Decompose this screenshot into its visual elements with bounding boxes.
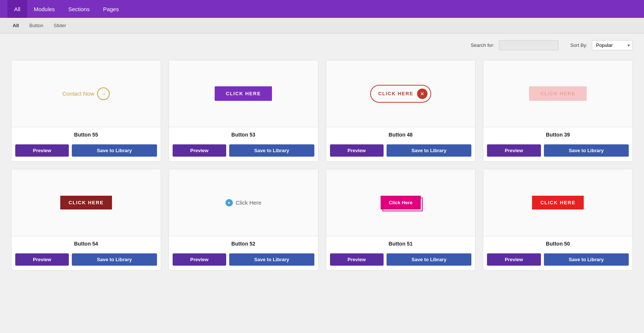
card-preview-btn-53: CLICK HERE — [169, 60, 318, 127]
btn-48-icon: ✕ — [417, 89, 427, 99]
card-btn-39: CLICK HERE Button 39 Preview Save to Lib… — [483, 60, 633, 161]
sub-nav-all[interactable]: All — [7, 18, 24, 33]
card-info-btn-48: Button 48 — [326, 127, 475, 144]
card-info-btn-51: Button 51 — [326, 236, 475, 253]
card-info-btn-53: Button 53 — [169, 127, 318, 144]
card-info-btn-54: Button 54 — [12, 236, 161, 253]
preview-btn-51: Click Here — [381, 196, 421, 209]
save-button-btn-39[interactable]: Save to Library — [544, 144, 629, 157]
search-label: Search for: — [471, 42, 494, 48]
card-info-btn-50: Button 50 — [483, 236, 632, 253]
card-title-btn-53: Button 53 — [173, 132, 314, 138]
card-title-btn-52: Button 52 — [173, 241, 314, 247]
card-actions-btn-39: Preview Save to Library — [483, 144, 632, 161]
card-preview-btn-39: CLICK HERE — [483, 60, 632, 127]
top-nav-all[interactable]: All — [7, 0, 27, 18]
save-button-btn-50[interactable]: Save to Library — [544, 253, 629, 266]
search-input[interactable] — [499, 40, 558, 50]
card-title-btn-50: Button 50 — [487, 241, 629, 247]
card-actions-btn-50: Preview Save to Library — [483, 253, 632, 270]
top-nav-pages[interactable]: Pages — [96, 0, 126, 18]
preview-btn-55: Contact Now → — [62, 87, 110, 100]
contact-now-circle: → — [97, 87, 110, 100]
contact-now-text: Contact Now — [62, 90, 94, 97]
card-preview-btn-52: ● Click Here — [169, 169, 318, 236]
search-sort-bar: Search for: Sort By: Popular Newest Olde… — [0, 33, 644, 54]
preview-button-btn-50[interactable]: Preview — [487, 253, 541, 266]
preview-button-btn-39[interactable]: Preview — [487, 144, 541, 157]
card-preview-btn-55: Contact Now → — [12, 60, 161, 127]
card-info-btn-39: Button 39 — [483, 127, 632, 144]
preview-btn-52: ● Click Here — [225, 199, 262, 206]
preview-button-btn-55[interactable]: Preview — [15, 144, 69, 157]
save-button-btn-55[interactable]: Save to Library — [72, 144, 157, 157]
card-btn-48: CLICK HERE ✕ Button 48 Preview Save to L… — [326, 60, 476, 161]
preview-btn-54: CLICK HERE — [60, 196, 112, 209]
btn-52-text: Click Here — [236, 199, 262, 206]
card-preview-btn-54: CLICK HERE — [12, 169, 161, 236]
card-title-btn-55: Button 55 — [15, 132, 157, 138]
preview-btn-50: CLICK HERE — [532, 196, 583, 209]
preview-btn-51-wrapper: Click Here — [381, 196, 421, 209]
card-info-btn-52: Button 52 — [169, 236, 318, 253]
card-title-btn-39: Button 39 — [487, 132, 629, 138]
preview-btn-39: CLICK HERE — [529, 86, 586, 101]
sub-nav-button[interactable]: Button — [24, 18, 49, 33]
sort-label: Sort By: — [570, 42, 587, 48]
preview-btn-48: CLICK HERE ✕ — [370, 85, 431, 103]
preview-btn-53: CLICK HERE — [215, 86, 272, 101]
preview-button-btn-54[interactable]: Preview — [15, 253, 69, 266]
top-navigation: All Modules Sections Pages — [0, 0, 644, 18]
sort-select[interactable]: Popular Newest Oldest — [592, 40, 633, 50]
save-button-btn-48[interactable]: Save to Library — [387, 144, 472, 157]
save-button-btn-51[interactable]: Save to Library — [387, 253, 472, 266]
preview-button-btn-53[interactable]: Preview — [173, 144, 226, 157]
card-preview-btn-48: CLICK HERE ✕ — [326, 60, 475, 127]
sort-wrapper: Popular Newest Oldest — [592, 40, 633, 50]
card-actions-btn-48: Preview Save to Library — [326, 144, 475, 161]
card-btn-53: CLICK HERE Button 53 Preview Save to Lib… — [169, 60, 318, 161]
card-preview-btn-50: CLICK HERE — [483, 169, 632, 236]
preview-button-btn-52[interactable]: Preview — [173, 253, 226, 266]
btn-48-text: CLICK HERE — [378, 91, 413, 96]
card-preview-btn-51: Click Here — [326, 169, 475, 236]
card-actions-btn-52: Preview Save to Library — [169, 253, 318, 270]
save-button-btn-54[interactable]: Save to Library — [72, 253, 157, 266]
card-actions-btn-53: Preview Save to Library — [169, 144, 318, 161]
card-title-btn-51: Button 51 — [330, 241, 472, 247]
save-button-btn-52[interactable]: Save to Library — [229, 253, 314, 266]
card-actions-btn-51: Preview Save to Library — [326, 253, 475, 270]
card-btn-54: CLICK HERE Button 54 Preview Save to Lib… — [11, 169, 161, 270]
preview-button-btn-51[interactable]: Preview — [330, 253, 384, 266]
card-title-btn-54: Button 54 — [15, 241, 157, 247]
cards-grid: Contact Now → Button 55 Preview Save to … — [0, 54, 644, 282]
top-nav-sections[interactable]: Sections — [61, 0, 96, 18]
save-button-btn-53[interactable]: Save to Library — [229, 144, 314, 157]
card-btn-51: Click Here Button 51 Preview Save to Lib… — [326, 169, 476, 270]
card-btn-55: Contact Now → Button 55 Preview Save to … — [11, 60, 161, 161]
card-title-btn-48: Button 48 — [330, 132, 472, 138]
card-btn-52: ● Click Here Button 52 Preview Save to L… — [169, 169, 318, 270]
card-actions-btn-55: Preview Save to Library — [12, 144, 161, 161]
card-actions-btn-54: Preview Save to Library — [12, 253, 161, 270]
sub-navigation: All Button Slider — [0, 18, 644, 33]
btn-52-circle-icon: ● — [225, 199, 233, 206]
sub-nav-slider[interactable]: Slider — [48, 18, 71, 33]
card-btn-50: CLICK HERE Button 50 Preview Save to Lib… — [483, 169, 633, 270]
preview-button-btn-48[interactable]: Preview — [330, 144, 384, 157]
top-nav-modules[interactable]: Modules — [27, 0, 62, 18]
card-info-btn-55: Button 55 — [12, 127, 161, 144]
